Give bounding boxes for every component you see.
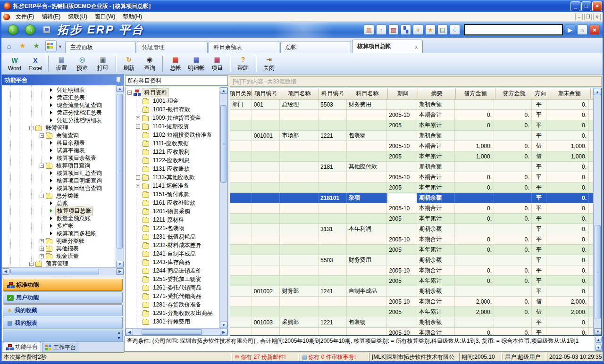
menu-item[interactable]: 帮助(H) — [119, 12, 146, 22]
tab-核算项目总帐[interactable]: 核算项目总帐x — [352, 40, 423, 53]
table-row[interactable]: 2005本年累计0.0.平0. — [230, 214, 593, 224]
clock-icon[interactable]: ○ — [450, 25, 460, 35]
accordion-标准功能[interactable]: 标准功能 — [3, 279, 123, 291]
tree-item-1221-包装物[interactable]: 1221-包装物 — [126, 224, 227, 232]
table-row[interactable]: 2005-10本期合计0.0.平0. — [230, 265, 593, 276]
org-chart-icon[interactable]: ▚ — [401, 25, 411, 35]
column-header-科目名称[interactable]: 科目名称 — [347, 88, 388, 99]
tree-item-1281-存货跌价准备[interactable]: 1281-存货跌价准备 — [126, 300, 227, 309]
column-header-项目名称[interactable]: 项目名称 — [280, 88, 319, 99]
toolbar-button-查询[interactable]: ◉查询 — [139, 54, 160, 73]
toolbar-button-打印[interactable]: ▣打印 — [92, 54, 113, 73]
panel-tab-工作平台[interactable]: 工作平台 — [42, 343, 79, 352]
tree-expand-icon[interactable]: + — [136, 184, 140, 188]
column-header-科目编号[interactable]: 科目编号 — [319, 88, 347, 99]
tree-item-数量金额总账[interactable]: 数量金额总账 — [2, 215, 124, 222]
column-header-项目类别[interactable]: 项目类别 — [230, 88, 252, 99]
tree-item-核算项目明细查询[interactable]: 核算项目明细查询 — [2, 177, 124, 184]
tree-item-1133-其他应收款[interactable]: +1133-其他应收款 — [126, 173, 227, 182]
tree-item-现金流量[interactable]: +现金流量 — [2, 252, 124, 260]
tree-item-1261-委托代销商品[interactable]: 1261-委托代销商品 — [126, 283, 227, 292]
table-row[interactable]: 001003采购部1221包装物期初余额平0. — [230, 317, 593, 328]
tree-item-1301-待摊费用[interactable]: 1301-待摊费用 — [126, 317, 227, 326]
tree-item-1251-委托加工物资[interactable]: 1251-委托加工物资 — [126, 275, 227, 283]
table-row[interactable]: 2005-10本期合计0.0.平0. — [230, 234, 593, 245]
table-row[interactable]: 001002财务部1241自制半成品期初余额平0. — [230, 286, 593, 297]
minimize-button[interactable]: _ — [570, 1, 580, 11]
table-row[interactable]: 2005本年累计0.0.平0. — [230, 120, 593, 131]
add-favorite-icon[interactable]: ★ — [31, 40, 42, 51]
table-row[interactable]: 2005-10本期合计2,000.0.借2,000. — [230, 297, 593, 307]
export-folder-icon[interactable]: ↑ — [376, 25, 386, 35]
tree-item-1271-受托代销商品[interactable]: 1271-受托代销商品 — [126, 292, 227, 300]
tab-layout-button[interactable] — [45, 40, 57, 51]
tree-item-1131-应收账款[interactable]: 1131-应收账款 — [126, 165, 227, 173]
tree-item-1002-银行存款[interactable]: 1002-银行存款 — [126, 105, 227, 114]
column-header-项目编号[interactable]: 项目编号 — [252, 88, 280, 99]
tree-item-1001-现金[interactable]: 1001-现金 — [126, 97, 227, 105]
table-row[interactable]: 001001市场部1221包装物期初余额平0. — [230, 131, 593, 141]
tree-item-1101-短期投资[interactable]: +1101-短期投资 — [126, 122, 227, 131]
scrollbar-thumb[interactable] — [142, 329, 202, 335]
toolbar-button-Excel[interactable]: XExcel — [25, 54, 46, 73]
tab-总帐[interactable]: 总帐 — [280, 41, 351, 53]
command-input[interactable] — [464, 24, 563, 35]
tree-item-余额查询[interactable]: −余额查询 — [2, 132, 124, 139]
home-icon[interactable]: ⌂ — [3, 40, 15, 51]
toolbar-button-预览[interactable]: ◎预览 — [72, 54, 92, 73]
tree-item-1151-预付账款[interactable]: 1151-预付账款 — [126, 190, 227, 199]
toolbar-button-关闭[interactable]: ⇥关闭 — [259, 54, 279, 73]
tree-expand-icon[interactable]: + — [136, 124, 140, 129]
pin-icon[interactable] — [115, 77, 121, 83]
tree-item-1009-其他货币资金[interactable]: +1009-其他货币资金 — [126, 114, 227, 122]
inline-edit-cell[interactable] — [387, 193, 417, 203]
menu-item[interactable]: 窗口(W) — [91, 12, 119, 22]
scroll-left-icon[interactable]: ◀ — [2, 268, 9, 275]
scroll-down-icon[interactable]: ▼ — [594, 328, 602, 335]
column-header-期间[interactable]: 期间 — [388, 88, 418, 99]
toolbar-button-刷新[interactable]: ↻刷新 — [118, 54, 139, 73]
mdi-close-button[interactable]: × — [593, 14, 601, 20]
tree-item-凭证分批档汇总表[interactable]: 凭证分批档汇总表 — [2, 109, 124, 116]
tree-item-核算项目余额表[interactable]: 核算项目余额表 — [2, 154, 124, 162]
scroll-down-icon[interactable]: ▼ — [596, 345, 602, 351]
table-row[interactable]: 2005本年累计1,000.0.借1,000. — [230, 151, 593, 162]
tree-item-1161-应收补贴款[interactable]: 1161-应收补贴款 — [126, 199, 227, 207]
accordion-我的报表[interactable]: ▤我的报表 — [3, 317, 123, 329]
close-button[interactable]: × — [592, 1, 602, 11]
tree-expand-icon[interactable]: + — [136, 116, 140, 120]
toolbar-button-设置[interactable]: ▤设置 — [51, 54, 72, 73]
tree-item-多栏帐[interactable]: 多栏帐 — [2, 222, 124, 230]
tree-item-核算项目组合查询[interactable]: 核算项目组合查询 — [2, 184, 124, 192]
tree-item-预算管理[interactable]: −预算管理 — [2, 260, 124, 267]
tree-expand-icon[interactable]: + — [40, 239, 44, 243]
table-row[interactable]: 2005-10本期合计0.0.平0. — [230, 110, 593, 120]
status-audit[interactable]: ▤你有 0 件审核事务! — [300, 353, 369, 361]
scroll-up-icon[interactable]: ▲ — [596, 337, 602, 343]
tab-close-icon[interactable]: x — [404, 44, 418, 50]
layout-grid-icon[interactable]: ▦ — [364, 25, 374, 35]
tree-item-1122-应收利息[interactable]: 1122-应收利息 — [126, 156, 227, 165]
table-row[interactable]: 2005本年累计0.0.平0. — [230, 276, 593, 286]
tree-item-1141-坏帐准备[interactable]: +1141-坏帐准备 — [126, 182, 227, 190]
exit-icon[interactable]: × — [589, 25, 600, 35]
column-header-借方金额[interactable]: 借方金额 — [456, 88, 495, 99]
tree-expand-icon[interactable]: + — [40, 254, 44, 258]
mdi-restore-button[interactable]: ❐ — [584, 14, 592, 20]
account-tree-hscrollbar[interactable]: ◀ ▶ — [125, 328, 228, 336]
table-row[interactable]: 部门001总经理5503财务费用期初余额平0. — [230, 99, 593, 110]
favorite-star-icon[interactable]: ★ — [425, 25, 436, 35]
tree-item-科目资料[interactable]: −科目资料 — [126, 88, 227, 97]
tab-凭证管理[interactable]: 凭证管理 — [137, 41, 208, 53]
table-row[interactable]: 2005-10本期合计0.0.平0. — [230, 203, 593, 214]
tree-item-1201-物资采购[interactable]: 1201-物资采购 — [126, 207, 227, 215]
tab-科目余额表[interactable]: 科目余额表 — [209, 41, 279, 53]
table-row[interactable]: 2005本年累计0.0.平0. — [230, 245, 593, 255]
scrollbar-thumb[interactable] — [10, 269, 99, 274]
tree-expand-icon[interactable]: − — [29, 262, 34, 266]
tree-item-凭证分批档明细表[interactable]: 凭证分批档明细表 — [2, 116, 124, 124]
table-row[interactable]: 2005本年累计0.0.平0. — [230, 182, 593, 193]
tree-expand-icon[interactable]: − — [40, 133, 44, 138]
function-tree-hscrollbar[interactable]: ◀ ▶ — [2, 267, 124, 275]
table-row[interactable]: 2005本年累计2,000.0.借2,000. — [230, 307, 593, 317]
